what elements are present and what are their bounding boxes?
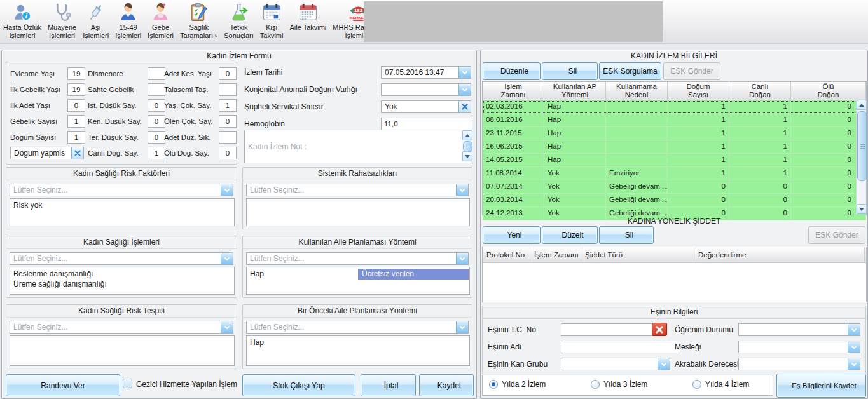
table-row[interactable]: 11.08.2014YokEmziriyor110	[483, 167, 866, 180]
section-combo-kad-n-sa-l-i-lemleri[interactable]: Lütfen Seçiniz...	[10, 252, 233, 265]
table-row[interactable]: 23.11.2015Hap110	[483, 127, 866, 140]
column-header-de-erlendirme[interactable]: Değerlendirme	[694, 247, 865, 262]
spouse-combo-akrabal-k-derecesi[interactable]	[738, 358, 860, 370]
field-input-l-do-say[interactable]: 0	[219, 147, 237, 159]
toolbar-item-sa-l-k-taramalar[interactable]: Sağlık Taramaları˅	[177, 0, 221, 43]
dropdown-arrow-icon[interactable]	[456, 253, 468, 264]
toolbar-item-tetkik-sonu-lar[interactable]: Tetkik Sonuçları	[221, 0, 256, 43]
dropdown-arrow-icon[interactable]	[221, 321, 233, 333]
radio-icon[interactable]	[489, 380, 498, 389]
column-header-i-lem-zaman[interactable]: İşlemZamanı	[483, 82, 544, 100]
izlem-note-textarea[interactable]: Kadın İzlem Not :	[244, 130, 471, 163]
detail-input-hemoglobin[interactable]: 11,0	[381, 118, 472, 130]
dropdown-arrow-icon[interactable]	[456, 184, 468, 196]
column-header-iddet-t-r[interactable]: Şiddet Türü	[581, 247, 694, 262]
toolbar-item-muayene-i-lemleri[interactable]: Muayene İşlemleri	[45, 0, 79, 43]
radio-icon[interactable]	[591, 380, 600, 389]
dropdown-arrow-icon[interactable]	[458, 67, 471, 78]
scroll-down-button[interactable]	[857, 204, 867, 214]
esk-sorgulama-button[interactable]: ESK Sorgulama	[599, 62, 661, 80]
field-input-sahte-gebelik[interactable]	[148, 83, 165, 96]
table-row[interactable]: 16.06.2015Hap110	[483, 140, 866, 154]
red-clear-x-icon[interactable]	[652, 323, 667, 336]
field-input-gebelik-say-s[interactable]: 1	[67, 115, 85, 128]
toolbar-item-ki-i-takvimi[interactable]: Kişi Takvimi	[257, 0, 287, 43]
scroll-up-button[interactable]	[462, 130, 472, 140]
radio-icon[interactable]	[692, 380, 701, 389]
field-input-i-lk-adet-ya[interactable]: 0	[67, 99, 85, 112]
gezici-hizmet-checkbox[interactable]: Gezici Hizmette Yapılan İşlem	[123, 378, 237, 391]
section-content-bir-nceki-aile-planlamas-y-ntemi[interactable]: Hap	[246, 335, 470, 366]
section-combo-kad-n-sa-l-risk-fakt-rleri[interactable]: Lütfen Seçiniz...	[10, 184, 233, 196]
section-content-sistemik-rahats-zl-klar[interactable]	[246, 198, 470, 226]
note-scrollbar[interactable]	[462, 130, 472, 161]
clear-x-icon[interactable]	[458, 101, 471, 112]
checkbox-icon[interactable]	[123, 379, 132, 388]
spouse-combo-renim-durumu[interactable]	[738, 323, 860, 336]
section-content-kad-n-sa-l-risk-tespiti[interactable]	[10, 335, 235, 366]
duzenle-button[interactable]: Düzenle	[483, 62, 541, 80]
field-input-ya-ok-say[interactable]: 1	[219, 99, 237, 112]
field-input-adet-d-z-s-k[interactable]	[219, 131, 237, 144]
field-input-do-um-say-s[interactable]: 1	[67, 131, 85, 144]
siddet-sil-button[interactable]: Sil	[599, 226, 654, 244]
duzelt-button[interactable]: Düzelt	[542, 226, 598, 244]
radio-y-lda-4-i-zlem[interactable]: Yılda 4 İzlem	[692, 380, 749, 389]
column-header-canl-do-an[interactable]: CanlıDoğan	[729, 82, 791, 100]
table-row[interactable]: 02.03.2016Hap110	[483, 100, 866, 114]
field-input-ter-d-k-say[interactable]: 0	[148, 131, 165, 144]
column-header-i-lem-zaman[interactable]: İşlem Zamanı	[530, 247, 581, 262]
section-combo-bir-nceki-aile-planlamas-y-ntemi[interactable]: Lütfen Seçiniz...	[246, 321, 469, 334]
dropdown-arrow-icon[interactable]	[221, 184, 233, 196]
dropdown-arrow-icon[interactable]	[848, 324, 860, 335]
dropdown-arrow-icon[interactable]	[221, 253, 233, 264]
clear-x-icon[interactable]	[71, 147, 83, 159]
field-input-adet-kes-ya[interactable]: 0	[219, 67, 237, 80]
spouse-combo-mesle-i[interactable]	[738, 341, 860, 353]
spouse-combo-e-inin-kan-grubu[interactable]	[561, 358, 670, 370]
toolbar-item-aile-takvimi[interactable]: Aile Takvimi	[286, 0, 329, 43]
field-input-ken-d-k-say[interactable]: 0	[148, 115, 165, 128]
table-row[interactable]: 14.05.2015Hap110	[483, 154, 866, 167]
column-header-l-do-an[interactable]: ÖlüDoğan	[791, 82, 866, 100]
detail-combo-i-zlem-tarihi[interactable]: 07.05.2016 13:47	[381, 66, 471, 79]
field-input-len-ok-say[interactable]: 0	[219, 115, 237, 128]
toolbar-item-a-i-lemleri[interactable]: Aşı İşlemleri	[79, 0, 112, 43]
field-input-i-st-d-k-say[interactable]: 0	[148, 99, 165, 112]
field-input-canl-do-say[interactable]: 1	[148, 147, 165, 159]
spouse-input-e-inin-t-c-no[interactable]	[561, 323, 654, 336]
toolbar-item-hasta-zl-k-i-lemleri[interactable]: iHasta Özlük İşlemleri	[0, 0, 45, 43]
izlem-table-scrollbar[interactable]	[856, 100, 866, 214]
radio-y-lda-3-i-zlem[interactable]: Yılda 3 İzlem	[591, 380, 647, 389]
dropdown-arrow-icon[interactable]	[458, 84, 471, 95]
iptal-button[interactable]: İptal	[361, 374, 416, 396]
table-row[interactable]: 08.01.2016Hap110	[483, 114, 866, 127]
section-combo-kullan-lan-aile-planlamas-y-ntemi[interactable]: Lütfen Seçiniz...	[246, 252, 469, 265]
scroll-down-button[interactable]	[462, 151, 472, 161]
section-combo-kad-n-sa-l-risk-tespiti[interactable]: Lütfen Seçiniz...	[10, 321, 233, 334]
field-input-dismenore[interactable]	[148, 67, 165, 80]
es-bilgilerini-kaydet-button[interactable]: Eş Bilgilerini Kaydet	[776, 374, 866, 398]
section-combo-sistemik-rahats-zl-klar[interactable]: Lütfen Seçiniz...	[246, 184, 469, 196]
field-input-i-lk-gebelik-ya[interactable]: 19	[67, 83, 85, 96]
table-row[interactable]: 20.03.2014YokGebeliği devam ...000	[483, 194, 866, 207]
stok-cikisi-yap-button[interactable]: Stok Çıkışı Yap	[242, 374, 355, 396]
column-header-kullan-lan-ap-y-ntemi[interactable]: Kullanılan APYöntemi	[544, 82, 606, 100]
dropdown-arrow-icon[interactable]	[848, 358, 860, 370]
yeni-button[interactable]: Yeni	[483, 226, 541, 244]
scroll-thumb[interactable]	[857, 111, 867, 181]
detail-combo-pheli-servikal-smear[interactable]: Yok	[381, 100, 471, 113]
field-input-talasemi-ta[interactable]	[219, 83, 237, 96]
column-header-kullanmama-nedeni[interactable]: KullanmamaNedeni	[606, 82, 668, 100]
toolbar-item-15-49-i-lemleri[interactable]: 15-49 İşlemleri	[112, 0, 144, 43]
dropdown-arrow-icon[interactable]	[456, 321, 468, 333]
table-row[interactable]: 07.07.2014YokGebeliği devam ...000	[483, 180, 866, 194]
scroll-thumb[interactable]	[463, 141, 472, 152]
randevu-ver-button[interactable]: Randevu Ver	[6, 374, 120, 396]
dropdown-arrow-icon[interactable]	[658, 358, 670, 370]
spouse-input-e-inin-ad[interactable]	[561, 341, 680, 353]
section-content-kad-n-sa-l-i-lemleri[interactable]: Beslenme danışmanlığı Üreme sağlığı danı…	[10, 267, 235, 295]
section-content-kullan-lan-aile-planlamas-y-ntemi[interactable]: HapÜcretsiz verilen	[246, 267, 470, 295]
sil-button[interactable]: Sil	[542, 62, 598, 80]
toolbar-item-gebe-i-lemleri[interactable]: Gebe İşlemleri	[144, 0, 177, 43]
